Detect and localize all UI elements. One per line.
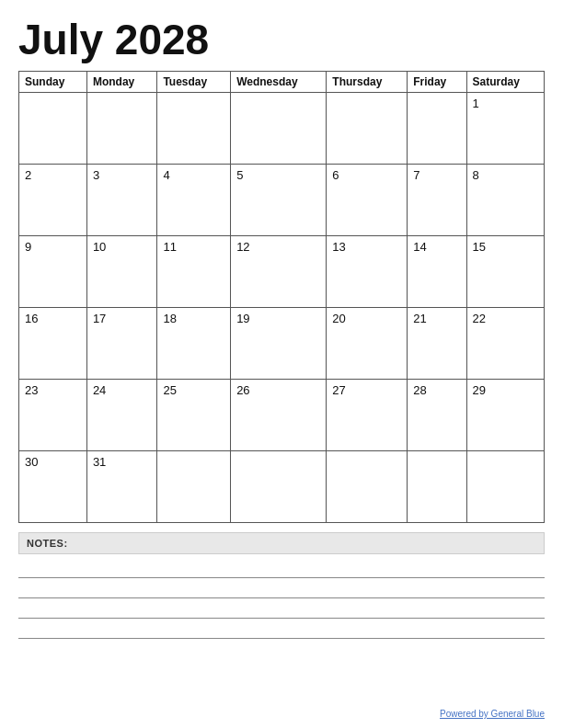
- notes-line-1: [18, 558, 545, 578]
- header-friday: Friday: [408, 71, 466, 92]
- day-cell: 22: [466, 307, 544, 379]
- day-cell: [327, 92, 408, 164]
- day-cell: [231, 450, 327, 522]
- day-number: 2: [25, 168, 31, 182]
- notes-section: NOTES:: [18, 532, 545, 639]
- header-wednesday: Wednesday: [231, 71, 327, 92]
- day-cell: 6: [327, 164, 408, 235]
- day-number: 9: [25, 240, 31, 254]
- day-number: 11: [163, 240, 176, 254]
- day-number: 22: [473, 312, 486, 325]
- day-number: 4: [163, 168, 169, 182]
- day-cell: [157, 450, 231, 522]
- day-number: 19: [236, 312, 249, 325]
- day-number: 20: [332, 312, 345, 325]
- day-cell: [19, 92, 87, 164]
- header-saturday: Saturday: [466, 71, 544, 92]
- day-cell: 4: [157, 164, 231, 235]
- week-row-2: 2345678: [19, 164, 545, 235]
- header-tuesday: Tuesday: [157, 71, 231, 92]
- header-thursday: Thursday: [327, 71, 408, 92]
- day-number: 25: [163, 383, 176, 397]
- day-cell: 11: [157, 235, 231, 307]
- notes-line-2: [18, 578, 545, 598]
- week-row-1: 1: [19, 92, 545, 164]
- day-number: 17: [93, 312, 106, 325]
- day-number: 16: [25, 312, 38, 325]
- notes-line-3: [18, 598, 545, 619]
- day-cell: 27: [327, 379, 408, 450]
- day-cell: [408, 92, 466, 164]
- day-cell: [408, 450, 466, 522]
- day-cell: 1: [466, 92, 544, 164]
- day-cell: 25: [157, 379, 231, 450]
- day-cell: [466, 450, 544, 522]
- powered-by-link[interactable]: Powered by General Blue: [440, 709, 545, 719]
- day-number: 30: [25, 455, 38, 469]
- calendar-table: SundayMondayTuesdayWednesdayThursdayFrid…: [18, 71, 545, 523]
- day-cell: 7: [408, 164, 466, 235]
- header-sunday: Sunday: [19, 71, 87, 92]
- day-number: 3: [93, 168, 99, 182]
- header-monday: Monday: [86, 71, 157, 92]
- notes-label: NOTES:: [18, 532, 545, 554]
- page: July 2028 SundayMondayTuesdayWednesdayTh…: [0, 0, 563, 728]
- footer: Powered by General Blue: [18, 703, 545, 719]
- day-number: 12: [236, 240, 249, 254]
- day-number: 15: [473, 240, 486, 254]
- day-cell: 9: [19, 235, 87, 307]
- notes-lines: [18, 558, 545, 639]
- day-cell: 14: [408, 235, 466, 307]
- day-cell: 26: [231, 379, 327, 450]
- day-number: 29: [473, 383, 486, 397]
- day-number: 5: [236, 168, 243, 182]
- day-cell: 18: [157, 307, 231, 379]
- header-row: SundayMondayTuesdayWednesdayThursdayFrid…: [19, 71, 545, 92]
- day-cell: 20: [327, 307, 408, 379]
- day-cell: 28: [408, 379, 466, 450]
- day-number: 21: [413, 312, 426, 325]
- day-cell: 30: [19, 450, 87, 522]
- day-cell: [86, 92, 157, 164]
- day-cell: 19: [231, 307, 327, 379]
- day-number: 31: [93, 455, 106, 469]
- week-row-3: 9101112131415: [19, 235, 545, 307]
- day-cell: [231, 92, 327, 164]
- calendar-title: July 2028: [18, 17, 545, 63]
- day-number: 8: [473, 168, 479, 182]
- day-number: 28: [413, 383, 426, 397]
- day-number: 7: [413, 168, 419, 182]
- day-cell: 31: [86, 450, 157, 522]
- day-cell: 29: [466, 379, 544, 450]
- week-row-6: 3031: [19, 450, 545, 522]
- day-number: 13: [332, 240, 345, 254]
- day-cell: 21: [408, 307, 466, 379]
- week-row-5: 23242526272829: [19, 379, 545, 450]
- day-cell: 16: [19, 307, 87, 379]
- day-number: 14: [413, 240, 426, 254]
- day-cell: [327, 450, 408, 522]
- day-cell: 23: [19, 379, 87, 450]
- day-number: 6: [332, 168, 339, 182]
- day-number: 23: [25, 383, 38, 397]
- day-cell: 15: [466, 235, 544, 307]
- day-cell: 3: [86, 164, 157, 235]
- day-number: 18: [163, 312, 176, 325]
- day-cell: 5: [231, 164, 327, 235]
- day-cell: 2: [19, 164, 87, 235]
- day-number: 26: [236, 383, 249, 397]
- notes-line-4: [18, 619, 545, 639]
- day-cell: 12: [231, 235, 327, 307]
- day-cell: 24: [86, 379, 157, 450]
- day-cell: 10: [86, 235, 157, 307]
- day-cell: 8: [466, 164, 544, 235]
- day-cell: 13: [327, 235, 408, 307]
- day-number: 10: [93, 240, 106, 254]
- day-number: 1: [473, 97, 479, 110]
- week-row-4: 16171819202122: [19, 307, 545, 379]
- day-cell: 17: [86, 307, 157, 379]
- day-number: 27: [332, 383, 345, 397]
- day-cell: [157, 92, 231, 164]
- day-number: 24: [93, 383, 106, 397]
